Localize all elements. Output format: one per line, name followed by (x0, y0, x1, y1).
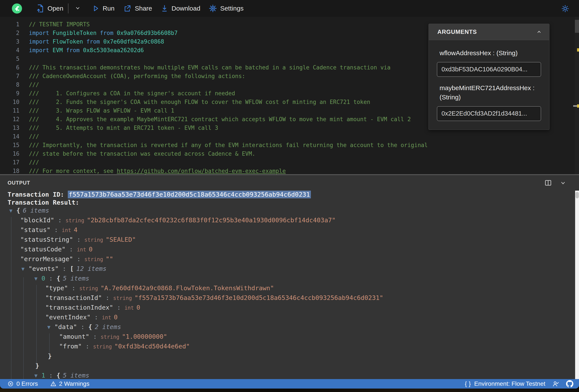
json-int: 0 (114, 314, 117, 321)
collapse-output-chevron-icon[interactable] (559, 179, 567, 186)
indent-guide (49, 333, 50, 356)
arguments-panel-header[interactable]: ARGUMENTS (429, 24, 549, 40)
code-token: from (100, 30, 117, 36)
errors-count-label: 0 Errors (16, 380, 38, 387)
code-token: 0x8c5303eaa26202d6 (83, 47, 144, 54)
argument-input-wflowAddressHex[interactable] (437, 62, 541, 77)
argument-label-wflowAddressHex: wflowAddressHex : (String) (439, 48, 541, 58)
json-tree-row: "statusString" : string"SEALED" (0, 235, 579, 244)
argument-input-maybeMintERC721AddressHex[interactable] (437, 106, 541, 121)
editor-scrollbar[interactable] (575, 17, 579, 174)
json-tree-row: "statusCode" : int0 (0, 244, 579, 254)
json-type: string (113, 295, 132, 301)
json-int: 4 (73, 226, 77, 233)
json-colon: : (45, 372, 56, 379)
github-icon[interactable] (566, 380, 573, 388)
json-str: "SEALED" (106, 236, 136, 243)
json-str: "1.00000000" (122, 333, 167, 340)
flow-logo[interactable] (12, 3, 22, 14)
open-button[interactable]: Open (36, 4, 63, 13)
line-number: 4 (0, 46, 19, 55)
output-panel: OUTPUT Transaction ID: f557a1573b76aa53e… (0, 175, 579, 379)
json-key: "transactionId" (45, 294, 102, 301)
json-punc: { (57, 275, 60, 282)
line-number: 14 (0, 132, 19, 141)
json-punc: { (16, 207, 20, 214)
chevron-up-icon[interactable] (535, 29, 543, 35)
code-token: /// Importantly, the transaction is reve… (29, 142, 428, 148)
settings-button[interactable]: Settings (209, 4, 243, 13)
share-button[interactable]: Share (123, 4, 152, 12)
theme-toggle-button[interactable] (561, 4, 570, 14)
json-key: "type" (45, 284, 68, 292)
json-colon: : (54, 217, 66, 224)
json-items: 5 items (63, 372, 89, 379)
download-label: Download (172, 5, 200, 12)
json-key: "status" (20, 226, 51, 233)
json-items: 6 items (23, 207, 49, 214)
collapse-toggle-icon[interactable]: ▼ (34, 274, 41, 283)
run-label: Run (103, 5, 114, 12)
json-type: int (125, 305, 134, 311)
environment-selector[interactable]: { } Environment: Flow Testnet (465, 380, 545, 387)
json-key: "statusCode" (20, 246, 66, 253)
warning-triangle-icon (50, 381, 57, 387)
code-token: /// 4. Approves the example MaybeMintERC… (29, 116, 411, 122)
output-scrollbar[interactable] (575, 191, 579, 379)
code-token: 0x7e60df042a9c0868 (103, 38, 164, 45)
status-bar: 0 Errors 2 Warnings { } Environment: Flo… (0, 379, 579, 389)
code-token: /// 1. Configures a COA in the signer's … (29, 90, 235, 97)
json-type: string (84, 237, 103, 243)
indent-guide (11, 217, 11, 379)
json-result-tree: ▼{6 items"blockId" : string"2b28cbfb87da… (0, 206, 579, 379)
json-tree-row: "blockId" : string"2b28cbfb87da2cfec4f02… (0, 215, 579, 225)
line-number: 1 (0, 20, 19, 29)
json-punc: } (35, 362, 39, 369)
json-str: "2b28cbfb87da2cfec4f0232c6f883f0f12c95b3… (87, 217, 336, 224)
json-key: "blockId" (20, 217, 54, 224)
errors-indicator[interactable]: 0 Errors (7, 380, 38, 387)
settings-label: Settings (220, 5, 243, 12)
collapse-toggle-icon[interactable]: ▼ (47, 322, 54, 332)
code-token: FlowToken (53, 38, 86, 45)
share-icon (123, 4, 132, 12)
json-key: "eventIndex" (45, 314, 91, 321)
json-tree-row: "eventIndex" : int0 (0, 312, 579, 322)
indent-guide (23, 277, 24, 379)
code-line: 15/// Importantly, the transaction is re… (0, 141, 579, 149)
code-editor[interactable]: 1// TESTNET IMPORTS2import FungibleToken… (0, 17, 579, 174)
feedback-person-icon[interactable] (552, 380, 560, 388)
json-colon: : (51, 226, 62, 233)
warnings-indicator[interactable]: 2 Warnings (50, 380, 90, 387)
overview-cursor-mark (573, 105, 577, 107)
json-punc: } (48, 352, 52, 360)
run-button[interactable]: Run (92, 4, 114, 12)
line-number: 17 (0, 158, 19, 167)
collapse-toggle-icon[interactable]: ▼ (34, 371, 41, 379)
download-button[interactable]: Download (160, 4, 200, 13)
transaction-id-line: Transaction ID: f557a1573b76aa53e73d46f3… (7, 191, 579, 199)
json-tree-row: ▼1 : {5 items (0, 371, 579, 379)
toolbar-separator (68, 3, 69, 13)
open-menu-chevron[interactable] (72, 4, 83, 13)
json-colon: : (77, 323, 88, 331)
collapse-toggle-icon[interactable]: ▼ (21, 264, 28, 274)
json-tree-row: ▼"data" : {2 items (0, 322, 579, 332)
json-colon: : (113, 304, 124, 311)
code-link[interactable]: https://github.com/onflow/batched-evm-ex… (117, 168, 286, 174)
line-number: 13 (0, 123, 19, 132)
code-token: from (66, 47, 83, 54)
gear-icon (209, 4, 217, 13)
collapse-toggle-icon[interactable]: ▼ (9, 206, 16, 216)
json-int: 0 (137, 304, 140, 311)
code-token: /// state before the transaction was exe… (29, 151, 255, 157)
line-number: 12 (0, 115, 19, 123)
open-file-icon (36, 4, 45, 13)
output-scrollbar-thumb[interactable] (576, 192, 579, 198)
json-type: string (79, 285, 98, 291)
transaction-id-label: Transaction ID: (7, 191, 68, 198)
open-label: Open (48, 5, 63, 12)
split-view-icon[interactable] (544, 179, 552, 187)
transaction-result-label: Transaction Result: (7, 199, 579, 207)
editor-scrollbar-thumb[interactable] (575, 20, 579, 33)
